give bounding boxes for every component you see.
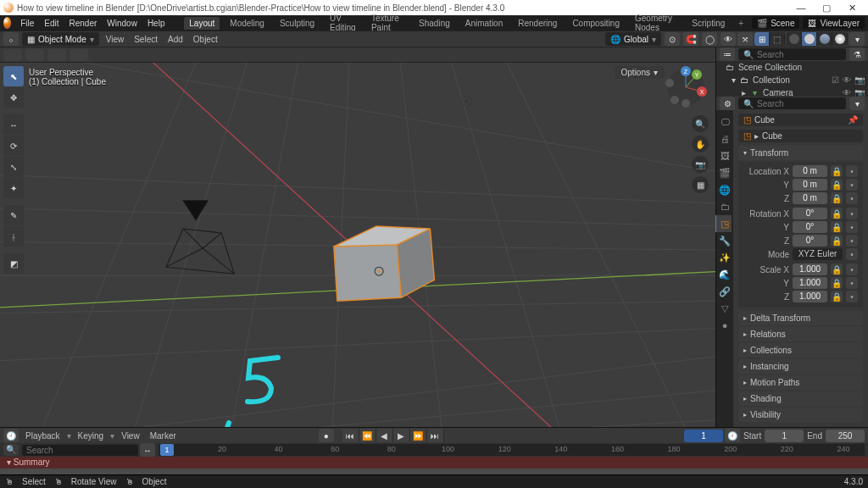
tab-world[interactable]: 🌐 — [716, 181, 733, 198]
tool-measure[interactable]: ⟊ — [3, 226, 24, 247]
eye-icon[interactable]: 👁 — [843, 88, 851, 97]
panel-relations[interactable]: ▸Relations — [738, 327, 863, 341]
timeline-ruler[interactable]: 1 20 40 60 80 100 120 140 160 180 200 22… — [159, 444, 865, 456]
timeline-menu-marker[interactable]: Marker — [147, 431, 180, 441]
menu-window[interactable]: Window — [104, 17, 140, 30]
tab-object[interactable]: ◳ — [715, 215, 732, 232]
gizmo-toggle[interactable]: ⤧ — [737, 32, 753, 46]
tab-viewlayer[interactable]: 🖼 — [716, 147, 733, 164]
workspace-shading[interactable]: Shading — [414, 17, 455, 30]
filter-icon[interactable]: ↔ — [140, 443, 155, 457]
tool-header-btn[interactable] — [47, 49, 66, 61]
lock-icon[interactable]: 🔒 — [831, 221, 843, 233]
properties-editor-icon[interactable]: ⚙ — [720, 97, 735, 110]
properties-crumb2[interactable]: ◳▸ Cube — [738, 130, 863, 142]
jump-start-button[interactable]: ⏮ — [342, 429, 359, 442]
tool-header-btn[interactable] — [3, 49, 22, 61]
search-icon[interactable]: 🔍 — [3, 444, 19, 456]
tool-header-btn[interactable] — [70, 49, 88, 61]
clock-icon[interactable]: 🕘 — [725, 429, 740, 442]
lock-icon[interactable]: 🔒 — [831, 235, 843, 247]
proportional-edit-toggle[interactable]: ◯ — [702, 32, 717, 46]
rotation-x[interactable]: 0° — [793, 208, 827, 219]
tool-select[interactable]: ⬉ — [3, 66, 24, 86]
tab-data[interactable]: ▽ — [716, 300, 733, 317]
eye-icon[interactable]: 👁 — [843, 75, 851, 85]
shading-rendered[interactable] — [832, 32, 848, 46]
tab-modifiers[interactable]: 🔧 — [716, 232, 733, 249]
tool-rotate[interactable]: ⟳ — [3, 136, 24, 156]
pan-icon[interactable]: ✋ — [692, 136, 709, 152]
menu-file[interactable]: File — [18, 17, 36, 30]
pin-icon[interactable]: 📌 — [848, 115, 858, 125]
tool-cursor[interactable]: ✥ — [3, 87, 24, 108]
outliner-search[interactable]: 🔍Search — [738, 48, 846, 60]
tool-scale[interactable]: ⤡ — [3, 157, 24, 177]
tab-collection[interactable]: 🗀 — [716, 198, 733, 215]
tab-scene[interactable]: 🎬 — [716, 164, 733, 181]
anim-icon[interactable]: • — [846, 208, 858, 219]
workspace-modeling[interactable]: Modeling — [225, 17, 270, 30]
viewport-3d[interactable]: User Perspective (1) Collection | Cube ⬉… — [0, 47, 715, 427]
location-z[interactable]: 0 m — [793, 192, 827, 204]
window-minimize-button[interactable]: — — [788, 3, 814, 13]
visibility-toggle[interactable]: 👁 — [721, 32, 736, 46]
current-frame[interactable]: 1 — [684, 430, 723, 442]
scale-x[interactable]: 1.000 — [793, 263, 827, 275]
zoom-icon[interactable]: 🔍 — [692, 115, 709, 132]
end-frame[interactable]: 250 — [826, 430, 865, 442]
panel-motion-paths[interactable]: ▸Motion Paths — [738, 375, 863, 390]
scene-selector[interactable]: 🎬Scene — [752, 17, 799, 29]
render-icon[interactable]: 📷 — [854, 75, 865, 85]
persp-ortho-icon[interactable]: ▦ — [692, 176, 709, 193]
outliner-tree[interactable]: 🗀Scene Collection ▾ 🗀Collection☑👁📷 ▸ ▾Ca… — [716, 61, 868, 97]
properties-crumb[interactable]: ◳Cube📌 — [738, 114, 863, 126]
anim-icon[interactable]: • — [846, 165, 858, 177]
tab-particles[interactable]: ✨ — [716, 249, 733, 266]
jump-end-button[interactable]: ⏭ — [427, 429, 444, 442]
properties-search[interactable]: 🔍Search — [738, 97, 846, 109]
shading-solid[interactable] — [802, 32, 817, 46]
panel-delta[interactable]: ▸Delta Transform — [738, 311, 863, 325]
panel-visibility[interactable]: ▸Visibility — [738, 408, 863, 422]
window-close-button[interactable]: ✕ — [839, 3, 865, 14]
overlay-toggle[interactable]: ⊞ — [754, 32, 770, 46]
play-reverse-button[interactable]: ◀ — [376, 429, 393, 442]
lock-icon[interactable]: 🔒 — [831, 165, 843, 177]
rotation-y[interactable]: 0° — [793, 221, 827, 233]
timeline-menu-view[interactable]: View — [118, 431, 143, 441]
tab-output[interactable]: 🖨 — [716, 130, 733, 147]
timeline-summary-row[interactable]: ▾ Summary — [0, 457, 868, 469]
anim-icon[interactable]: • — [846, 248, 858, 260]
orient-selector[interactable]: 🌐Global▾ — [605, 32, 661, 46]
tab-render[interactable]: 🖵 — [716, 114, 733, 130]
scale-z[interactable]: 1.000 — [793, 291, 827, 302]
location-x[interactable]: 0 m — [793, 165, 827, 177]
shading-wireframe[interactable] — [787, 32, 802, 46]
shading-options-icon[interactable]: ▾ — [849, 32, 865, 46]
tab-material[interactable]: ● — [716, 317, 733, 334]
editor-type-icon[interactable]: ⬦ — [3, 32, 19, 46]
mode-selector[interactable]: ▦Object Mode▾ — [22, 32, 99, 46]
workspace-rendering[interactable]: Rendering — [513, 17, 562, 30]
lock-icon[interactable]: 🔒 — [831, 179, 843, 191]
workspace-animation[interactable]: Animation — [460, 17, 508, 30]
timeline-search-input[interactable] — [22, 445, 138, 456]
viewlayer-selector[interactable]: 🖼ViewLayer — [803, 17, 865, 29]
start-frame[interactable]: 1 — [765, 430, 804, 442]
add-workspace-button[interactable]: + — [735, 19, 747, 28]
outliner-root[interactable]: 🗀Scene Collection — [716, 61, 868, 74]
workspace-layout[interactable]: Layout — [184, 17, 220, 30]
outliner-filter-icon[interactable]: ⚗ — [849, 47, 865, 61]
anim-icon[interactable]: • — [846, 291, 858, 302]
properties-options-icon[interactable]: ▾ — [849, 97, 865, 110]
timeline-editor-icon[interactable]: 🕘 — [3, 429, 19, 442]
tool-header-btn[interactable] — [25, 49, 44, 61]
tab-physics[interactable]: 🌊 — [716, 266, 733, 283]
lock-icon[interactable]: 🔒 — [831, 291, 843, 302]
scale-y[interactable]: 1.000 — [793, 277, 827, 289]
timeline-menu-keying[interactable]: Keying — [75, 431, 108, 441]
anim-icon[interactable]: • — [846, 263, 858, 275]
tool-addcube[interactable]: ◩ — [3, 253, 24, 274]
options-dropdown[interactable]: Options▾ — [615, 66, 665, 79]
